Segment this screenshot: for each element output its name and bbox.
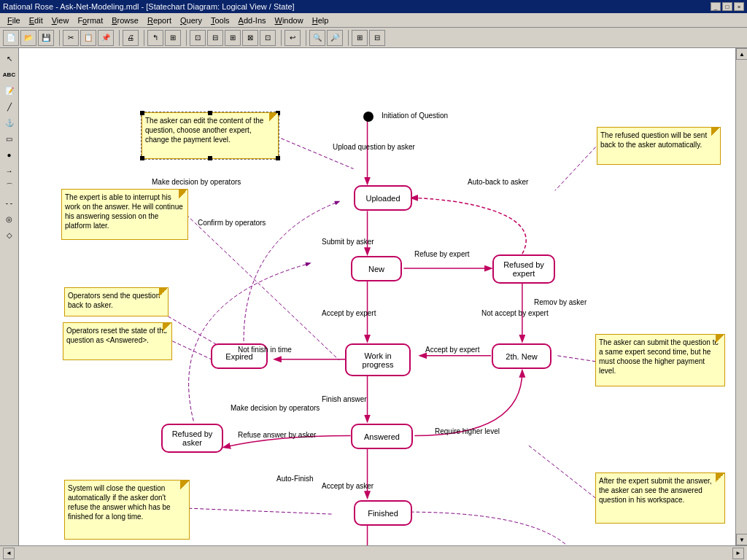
menu-file[interactable]: File — [3, 15, 25, 26]
maximize-btn[interactable]: □ — [722, 2, 732, 11]
label-upload: Upload question by asker — [333, 143, 415, 151]
lt-arrow[interactable]: → — [2, 163, 17, 178]
tb-zoom-out[interactable]: 🔎 — [327, 30, 343, 46]
tb-b7[interactable]: ⊡ — [260, 30, 276, 46]
tb-b3[interactable]: ⊡ — [190, 30, 206, 46]
tb-new[interactable]: 📄 — [3, 30, 19, 46]
label-initiation: Initiation of Question — [382, 112, 448, 120]
note-after-expert-text: After the expert submit the answer, the … — [599, 477, 712, 504]
tb-b4[interactable]: ⊟ — [207, 30, 223, 46]
note-system-close-text: System will close the question automatic… — [68, 484, 171, 521]
tb-b1[interactable]: ↰ — [147, 30, 163, 46]
menu-browse[interactable]: Browse — [107, 15, 143, 26]
lt-dot[interactable]: ● — [2, 147, 17, 162]
state-workin-progress[interactable]: Work inprogress — [345, 343, 411, 376]
tb-print[interactable]: 🖨 — [123, 30, 139, 46]
tb-copy[interactable]: 📋 — [80, 30, 96, 46]
label-accept-expert1: Accept by expert — [322, 309, 376, 317]
note-asker-submit-text: The asker can submit the question to a s… — [599, 338, 719, 375]
menu-window[interactable]: Window — [271, 15, 308, 26]
state-new2[interactable]: 2th. New — [492, 343, 551, 369]
menu-tools[interactable]: Tools — [206, 15, 234, 26]
lt-anchor[interactable]: ⚓ — [2, 115, 17, 130]
title-text: Rational Rose - Ask-Net-Modeling.mdl - [… — [3, 2, 295, 11]
state-refused-asker[interactable]: Refused byasker — [161, 424, 223, 453]
handle-tm[interactable] — [208, 111, 212, 115]
note-refused-back: The refused question will be sent back t… — [597, 127, 721, 165]
lt-enddot[interactable]: ◎ — [2, 211, 17, 226]
h-scroll-track[interactable] — [15, 548, 732, 559]
menu-view[interactable]: View — [47, 15, 74, 26]
menu-edit[interactable]: Edit — [25, 15, 47, 26]
note-system-close: System will close the question automatic… — [64, 480, 190, 540]
note-operators-reset-text: Operators reset the state of the questio… — [66, 327, 167, 344]
tb-save[interactable]: 💾 — [38, 30, 54, 46]
svg-line-11 — [186, 214, 338, 359]
label-not-accept: Not accept by expert — [481, 309, 549, 317]
label-auto-finish: Auto-Finish — [276, 475, 314, 483]
h-scroll-right[interactable]: ► — [732, 548, 744, 559]
handle-br[interactable] — [276, 156, 280, 160]
label-refuse-expert: Refuse by expert — [414, 250, 470, 258]
main-area: ↖ ABC 📝 ╱ ⚓ ▭ ● → ⌒ - - ◎ ◇ — [0, 48, 747, 545]
state-finished[interactable]: Finished — [354, 500, 412, 526]
state-uploaded[interactable]: Uploaded — [354, 185, 412, 211]
label-remov: Remov by asker — [534, 298, 587, 306]
lt-abc[interactable]: ABC — [2, 67, 17, 82]
handle-bl[interactable] — [140, 156, 144, 160]
tb-sep7 — [346, 30, 349, 46]
state-answered[interactable]: Answered — [351, 424, 413, 449]
scroll-track[interactable] — [736, 60, 747, 534]
tb-b6[interactable]: ⊠ — [242, 30, 258, 46]
tb-undo[interactable]: ↩ — [285, 30, 301, 46]
lt-line[interactable]: ╱ — [2, 99, 17, 114]
note-refused-back-text: The refused question will be sent back t… — [600, 131, 707, 149]
close-btn[interactable]: × — [734, 2, 744, 11]
tb-open[interactable]: 📂 — [20, 30, 36, 46]
tb-b2[interactable]: ⊞ — [165, 30, 181, 46]
lt-select[interactable]: ↖ — [2, 51, 17, 66]
label-confirm: Confirm by operators — [198, 219, 266, 227]
state-refused-asker-label: Refused byasker — [172, 429, 213, 447]
lt-dash[interactable]: - - — [2, 195, 17, 210]
lt-diamond[interactable]: ◇ — [2, 228, 17, 242]
tb-b8[interactable]: ⊞ — [352, 30, 368, 46]
tb-b5[interactable]: ⊞ — [225, 30, 241, 46]
lt-curve[interactable]: ⌒ — [2, 179, 17, 194]
tb-b9[interactable]: ⊟ — [369, 30, 385, 46]
state-wip-label: Work inprogress — [363, 351, 394, 369]
tb-zoom-in[interactable]: 🔍 — [309, 30, 325, 46]
label-refuse-answer: Refuse answer by asker — [238, 431, 316, 439]
svg-line-17 — [528, 445, 596, 498]
left-toolbar: ↖ ABC 📝 ╱ ⚓ ▭ ● → ⌒ - - ◎ ◇ — [0, 48, 19, 545]
scroll-up-btn[interactable]: ▲ — [736, 48, 747, 60]
note-asker-edit: The asker can edit the content of the qu… — [142, 112, 279, 159]
tb-sep3 — [142, 30, 144, 46]
handle-bm[interactable] — [208, 156, 212, 160]
tb-cut[interactable]: ✂ — [63, 30, 79, 46]
menu-report[interactable]: Report — [143, 15, 176, 26]
menu-format[interactable]: Format — [73, 15, 107, 26]
tb-sep4 — [184, 30, 187, 46]
menu-help[interactable]: Help — [308, 15, 333, 26]
initial-state — [363, 112, 374, 122]
note-operators-send-text: Operators send the question back to aske… — [68, 292, 160, 309]
right-scrollbar[interactable]: ▲ ▼ — [735, 48, 747, 545]
state-new1[interactable]: New — [351, 256, 402, 281]
menu-addins[interactable]: Add-Ins — [234, 15, 271, 26]
lt-state[interactable]: ▭ — [2, 131, 17, 146]
state-refused-expert[interactable]: Refused byexpert — [492, 254, 555, 284]
lt-note[interactable]: 📝 — [2, 83, 17, 98]
note-after-expert: After the expert submit the answer, the … — [595, 472, 725, 524]
window-controls[interactable]: _ □ × — [711, 2, 744, 11]
minimize-btn[interactable]: _ — [711, 2, 721, 11]
status-bar: ◄ ► — [0, 545, 747, 560]
menu-query[interactable]: Query — [176, 15, 206, 26]
tb-paste[interactable]: 📌 — [98, 30, 114, 46]
handle-tl[interactable] — [140, 111, 144, 115]
handle-tr[interactable] — [276, 111, 280, 115]
scroll-down-btn[interactable]: ▼ — [736, 534, 747, 545]
canvas-area[interactable]: Uploaded New Work inprogress Answered Fi… — [19, 48, 735, 545]
h-scroll-left[interactable]: ◄ — [3, 548, 15, 559]
tb-sep5 — [279, 30, 282, 46]
